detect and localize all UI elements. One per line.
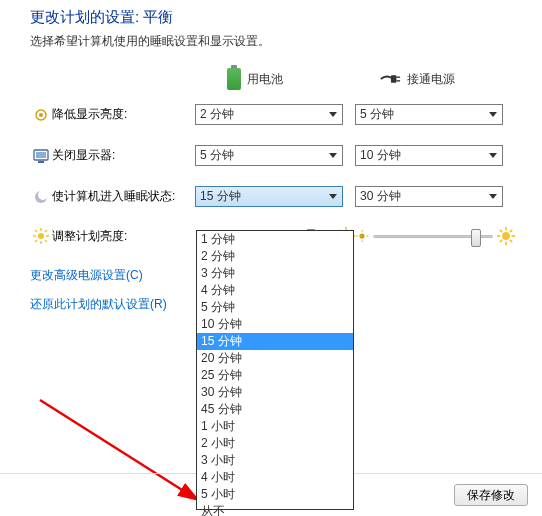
sleep-label: 使计算机进入睡眠状态:: [52, 188, 195, 205]
chevron-down-icon: [325, 148, 340, 163]
column-headers: 用电池 接通电源: [30, 68, 524, 90]
plug-icon: [379, 72, 401, 86]
battery-header-label: 用电池: [247, 71, 283, 88]
page-title: 更改计划的设置: 平衡: [30, 8, 524, 27]
sleep-ac-select[interactable]: 30 分钟: [355, 186, 503, 207]
svg-point-33: [359, 233, 364, 238]
moon-icon: [33, 189, 49, 205]
svg-point-4: [39, 113, 43, 117]
chevron-down-icon: [325, 107, 340, 122]
display-ac-select[interactable]: 10 分钟: [355, 145, 503, 166]
dropdown-option[interactable]: 1 小时: [197, 418, 353, 435]
dim-icon: [33, 107, 49, 123]
svg-line-43: [500, 230, 502, 232]
svg-rect-7: [38, 161, 44, 163]
svg-line-17: [45, 230, 47, 232]
dim-label: 降低显示亮度:: [52, 106, 195, 123]
dropdown-option[interactable]: 从不: [197, 503, 353, 516]
svg-line-45: [510, 230, 512, 232]
dropdown-option[interactable]: 45 分钟: [197, 401, 353, 418]
sun-small-icon: [355, 229, 369, 243]
dropdown-option[interactable]: 2 分钟: [197, 248, 353, 265]
monitor-icon: [33, 148, 49, 164]
dropdown-option[interactable]: 2 小时: [197, 435, 353, 452]
page-subtitle: 选择希望计算机使用的睡眠设置和显示设置。: [30, 33, 524, 50]
select-value: 5 分钟: [200, 147, 234, 164]
display-label: 关闭显示器:: [52, 147, 195, 164]
svg-line-46: [500, 240, 502, 242]
chevron-down-icon: [485, 148, 500, 163]
row-turn-off-display: 关闭显示器: 5 分钟 10 分钟: [30, 145, 524, 166]
battery-icon: [227, 68, 241, 90]
svg-line-18: [35, 240, 37, 242]
dim-ac-select[interactable]: 5 分钟: [355, 104, 503, 125]
svg-line-15: [35, 230, 37, 232]
save-button[interactable]: 保存修改: [454, 484, 528, 506]
chevron-down-icon: [485, 107, 500, 122]
svg-rect-6: [36, 152, 46, 158]
display-battery-select[interactable]: 5 分钟: [195, 145, 343, 166]
brightness-label: 调整计划亮度:: [52, 228, 195, 245]
dropdown-option[interactable]: 5 分钟: [197, 299, 353, 316]
svg-point-38: [502, 232, 510, 240]
dropdown-option[interactable]: 4 分钟: [197, 282, 353, 299]
dropdown-option[interactable]: 20 分钟: [197, 350, 353, 367]
select-value: 10 分钟: [360, 147, 401, 164]
dropdown-option[interactable]: 3 小时: [197, 452, 353, 469]
svg-line-16: [45, 240, 47, 242]
select-value: 5 分钟: [360, 106, 394, 123]
row-dim-display: 降低显示亮度: 2 分钟 5 分钟: [30, 104, 524, 125]
sun-icon: [33, 228, 49, 244]
dropdown-option[interactable]: 10 分钟: [197, 316, 353, 333]
brightness-ac-slider[interactable]: [373, 235, 493, 238]
dropdown-option[interactable]: 4 小时: [197, 469, 353, 486]
svg-point-9: [38, 190, 48, 200]
svg-point-10: [38, 233, 44, 239]
sleep-battery-dropdown[interactable]: 1 分钟2 分钟3 分钟4 分钟5 分钟10 分钟15 分钟20 分钟25 分钟…: [196, 230, 354, 510]
select-value: 30 分钟: [360, 188, 401, 205]
select-value: 2 分钟: [200, 106, 234, 123]
dropdown-option[interactable]: 5 小时: [197, 486, 353, 503]
svg-rect-0: [391, 75, 397, 82]
sun-large-icon: [497, 227, 515, 245]
row-sleep: 使计算机进入睡眠状态: 15 分钟 30 分钟: [30, 186, 524, 207]
select-value: 15 分钟: [200, 188, 241, 205]
dropdown-option[interactable]: 25 分钟: [197, 367, 353, 384]
ac-header-label: 接通电源: [407, 71, 455, 88]
dropdown-option[interactable]: 3 分钟: [197, 265, 353, 282]
dim-battery-select[interactable]: 2 分钟: [195, 104, 343, 125]
chevron-down-icon: [325, 189, 340, 204]
dropdown-option[interactable]: 15 分钟: [197, 333, 353, 350]
dropdown-option[interactable]: 1 分钟: [197, 231, 353, 248]
dropdown-option[interactable]: 30 分钟: [197, 384, 353, 401]
svg-line-44: [510, 240, 512, 242]
chevron-down-icon: [485, 189, 500, 204]
sleep-battery-select[interactable]: 15 分钟: [195, 186, 343, 207]
